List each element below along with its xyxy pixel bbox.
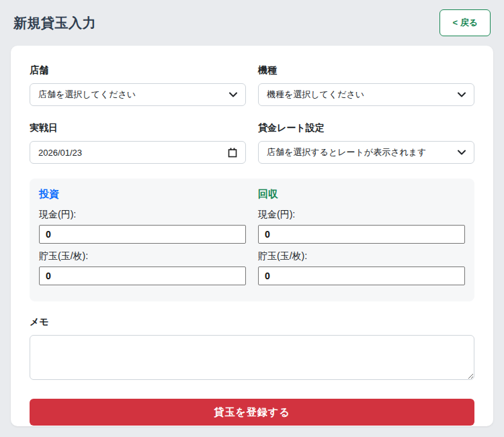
store-field: 店舗 店舗を選択してください — [30, 64, 246, 106]
store-machine-row: 店舗 店舗を選択してください 機種 機種を選択してください — [30, 64, 474, 106]
chevron-down-icon — [458, 92, 466, 97]
calendar-icon[interactable] — [228, 148, 237, 158]
page-header: 新規貸玉入力 < 戻る — [0, 0, 504, 46]
register-button[interactable]: 貸玉を登録する — [30, 399, 474, 426]
rate-setting-select-value: 店舗を選択するとレートが表示されます — [267, 146, 426, 158]
machine-label: 機種 — [258, 64, 474, 77]
recovery-cash-input[interactable] — [258, 225, 465, 244]
rate-setting-label: 貸金レート設定 — [258, 122, 474, 134]
amounts-panel: 投資 現金(円): 貯玉(玉/枚): 回収 現金(円): 貯玉(玉/枚): — [30, 179, 474, 301]
rate-setting-select[interactable]: 店舗を選択するとレートが表示されます — [258, 141, 474, 164]
recovery-title: 回収 — [258, 188, 465, 201]
store-select-value: 店舗を選択してください — [38, 89, 136, 101]
machine-select[interactable]: 機種を選択してください — [258, 83, 474, 106]
page-title: 新規貸玉入力 — [13, 14, 96, 32]
investment-saved-balls-label: 貯玉(玉/枚): — [39, 250, 246, 262]
machine-select-value: 機種を選択してください — [267, 89, 364, 101]
investment-section: 投資 現金(円): 貯玉(玉/枚): — [39, 188, 246, 292]
recovery-section: 回収 現金(円): 貯玉(玉/枚): — [258, 188, 465, 292]
battle-date-label: 実戦日 — [30, 122, 246, 134]
investment-saved-balls-input[interactable] — [39, 266, 246, 285]
store-select[interactable]: 店舗を選択してください — [30, 83, 246, 106]
chevron-down-icon — [229, 92, 237, 97]
battle-date-value: 2026/01/23 — [38, 148, 82, 158]
battle-date-field: 実戦日 2026/01/23 — [30, 122, 246, 164]
entry-form-card: 店舗 店舗を選択してください 機種 機種を選択してください 実戦日 2026/0… — [11, 46, 493, 426]
chevron-down-icon — [458, 150, 466, 155]
machine-field: 機種 機種を選択してください — [258, 64, 474, 106]
memo-textarea[interactable] — [30, 335, 474, 380]
recovery-saved-balls-label: 貯玉(玉/枚): — [258, 250, 465, 262]
date-rate-row: 実戦日 2026/01/23 貸金レート設定 店舗を選択するとレートが表示されま… — [30, 122, 474, 164]
memo-label: メモ — [30, 316, 474, 328]
investment-cash-label: 現金(円): — [39, 209, 246, 221]
back-button[interactable]: < 戻る — [439, 9, 491, 36]
memo-field: メモ — [30, 316, 474, 380]
recovery-saved-balls-input[interactable] — [258, 266, 465, 285]
investment-cash-input[interactable] — [39, 225, 246, 244]
store-label: 店舗 — [30, 64, 246, 77]
recovery-cash-label: 現金(円): — [258, 209, 465, 221]
rate-setting-field: 貸金レート設定 店舗を選択するとレートが表示されます — [258, 122, 474, 164]
investment-title: 投資 — [39, 188, 246, 201]
battle-date-input[interactable]: 2026/01/23 — [30, 141, 246, 164]
